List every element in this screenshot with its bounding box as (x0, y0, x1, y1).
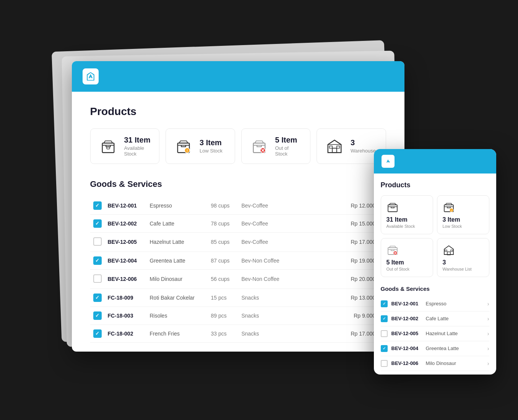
row-qty: 15 pcs (208, 289, 239, 306)
svg-rect-12 (388, 205, 397, 212)
stat-number-warehouse: 3 (351, 138, 376, 147)
mobile-list-item[interactable]: BEV-12-002 Cafe Latte › (381, 311, 489, 326)
row-category: Bev-Coffee (239, 232, 284, 251)
mobile-checkbox[interactable] (381, 360, 388, 367)
mobile-checkbox[interactable] (381, 330, 388, 337)
stat-number-low: 3 Item (200, 138, 222, 147)
stat-label-low: Low Stock (200, 148, 222, 154)
row-checkbox[interactable] (93, 311, 102, 320)
row-checkbox[interactable] (93, 294, 102, 302)
mobile-goods-title: Goods & Services (381, 285, 489, 292)
row-price: Rp 15.000,00 (284, 214, 386, 232)
row-code: FC-18-003 (105, 306, 147, 324)
table-row[interactable]: BEV-12-004 Greentea Latte 87 cups Bev-No… (90, 251, 386, 269)
row-code: BEV-12-006 (105, 269, 147, 289)
row-code: BEV-12-005 (105, 232, 147, 251)
mobile-stat-num-low: 3 Item (443, 216, 484, 223)
mobile-item-name: Cafe Latte (426, 316, 484, 321)
table-row[interactable]: BEV-12-006 Milo Dinosaur 56 cups Bev-Non… (90, 269, 386, 289)
row-qty: 56 cups (208, 269, 239, 289)
mobile-stat-lbl-available: Available Stock (386, 224, 427, 229)
mobile-window: Products 31 Item Available Stock (374, 149, 496, 375)
stat-card-available: 31 Item Available Stock (90, 128, 160, 164)
row-qty: 89 pcs (208, 306, 239, 324)
row-qty: 87 cups (208, 251, 239, 269)
row-name: Espresso (147, 197, 208, 215)
box-warning-icon: ! (174, 136, 193, 156)
stat-label-out: Out of Stock (275, 145, 303, 157)
mobile-item-code: BEV-12-005 (391, 331, 422, 336)
svg-rect-22 (451, 250, 453, 251)
mobile-checkbox[interactable] (381, 315, 388, 322)
table-row[interactable]: FC-18-002 French Fries 33 pcs Snacks Rp … (90, 324, 386, 342)
row-checkbox[interactable] (93, 201, 102, 210)
row-name: Risoles (147, 306, 208, 324)
mobile-list-item[interactable]: BEV-12-001 Espresso › (381, 297, 489, 311)
desktop-logo (83, 68, 99, 84)
row-price: Rp 17.000,00 (284, 324, 386, 342)
mobile-goods-list: BEV-12-001 Espresso › BEV-12-002 Cafe La… (381, 297, 489, 371)
stat-info-out: 5 Item Out of Stock (275, 136, 303, 157)
row-price: Rp 20.000,00 (284, 269, 386, 289)
mobile-item-code: BEV-12-002 (391, 316, 422, 321)
stat-card-out: 5 Item Out of Stock (241, 128, 311, 164)
row-checkbox[interactable] (93, 256, 102, 265)
mobile-list-item[interactable]: BEV-12-005 Hazelnut Latte › (381, 326, 489, 341)
table-row[interactable]: BEV-12-001 Espresso 98 cups Bev-Coffee R… (90, 197, 386, 215)
row-name: Roti Bakar Cokelar (147, 289, 208, 306)
desktop-content: Products 31 Item (72, 92, 404, 352)
row-checkbox[interactable] (93, 274, 102, 283)
table-row[interactable]: BEV-12-002 Cafe Latte 78 cups Bev-Coffee… (90, 214, 386, 232)
row-checkbox[interactable] (93, 329, 102, 338)
row-category: Bev-Non Coffee (239, 251, 284, 269)
row-code: FC-18-009 (105, 289, 147, 306)
svg-rect-11 (337, 146, 340, 148)
box-icon (98, 136, 118, 156)
mobile-box-warning-icon: ! (443, 201, 455, 213)
row-checkbox[interactable] (93, 237, 102, 246)
mobile-warehouse-icon (443, 244, 455, 256)
chevron-right-icon: › (487, 301, 489, 307)
mobile-list-item[interactable]: BEV-12-006 Milo Dinosaur › (381, 356, 489, 371)
row-code: BEV-12-004 (105, 251, 147, 269)
row-qty: 85 cups (208, 232, 239, 251)
stat-info-available: 31 Item Available Stock (124, 136, 152, 157)
table-row[interactable]: FC-18-009 Roti Bakar Cokelar 15 pcs Snac… (90, 289, 386, 306)
table-row[interactable]: FC-18-003 Risoles 89 pcs Snacks Rp 9.000… (90, 306, 386, 324)
chevron-right-icon: › (487, 331, 489, 337)
stats-row: 31 Item Available Stock ! (90, 128, 386, 164)
mobile-list-item[interactable]: BEV-12-004 Greentea Latte › (381, 341, 489, 356)
stat-card-low: ! 3 Item Low Stock (166, 128, 235, 164)
mobile-stat-lbl-warehouse: Warehouse List (443, 267, 484, 271)
row-code: FC-18-002 (105, 324, 147, 342)
mobile-item-name: Espresso (426, 301, 484, 306)
stat-number-available: 31 Item (124, 136, 152, 144)
row-name: Greentea Latte (147, 251, 208, 269)
mobile-checkbox[interactable] (381, 300, 388, 307)
desktop-window: Products 31 Item (72, 61, 404, 352)
desktop-header (72, 61, 404, 92)
stat-number-out: 5 Item (275, 136, 303, 144)
mobile-stat-low: ! 3 Item Low Stock (437, 195, 489, 234)
mobile-header (374, 149, 496, 174)
svg-rect-21 (445, 250, 447, 251)
chevron-right-icon: › (487, 360, 489, 366)
stat-label-warehouse: Warehouse (351, 148, 376, 154)
svg-text:!: ! (451, 209, 451, 212)
table-row[interactable]: BEV-12-005 Hazelnut Latte 85 cups Bev-Co… (90, 232, 386, 251)
row-checkbox[interactable] (93, 219, 102, 228)
mobile-stat-warehouse: 3 Warehouse List (437, 238, 489, 277)
row-category: Snacks (239, 324, 284, 342)
mobile-item-code: BEV-12-001 (391, 301, 422, 306)
mobile-stat-lbl-low: Low Stock (443, 224, 484, 229)
mobile-item-name: Milo Dinosaur (426, 360, 484, 366)
mobile-stat-num-warehouse: 3 (443, 259, 484, 266)
goods-table: BEV-12-001 Espresso 98 cups Bev-Coffee R… (90, 197, 386, 343)
stat-info-low: 3 Item Low Stock (200, 138, 222, 154)
row-code: BEV-12-001 (105, 197, 147, 215)
mobile-item-code: BEV-12-004 (391, 345, 422, 351)
goods-section-title: Goods & Services (90, 179, 386, 189)
row-category: Snacks (239, 289, 284, 306)
mobile-page-title: Products (381, 181, 489, 189)
mobile-checkbox[interactable] (381, 345, 388, 352)
